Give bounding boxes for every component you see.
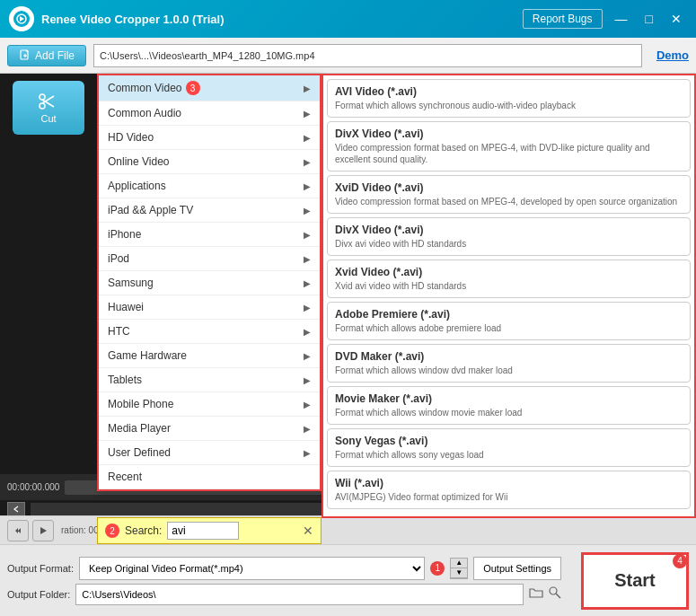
output-folder-row: Output Folder: bbox=[7, 584, 561, 605]
category-htc[interactable]: HTC ▶ bbox=[99, 320, 320, 344]
svg-point-4 bbox=[550, 587, 557, 594]
search-folder-icon bbox=[549, 586, 561, 599]
category-ipad-apple-tv[interactable]: iPad && Apple TV ▶ bbox=[99, 198, 320, 223]
format-item-3[interactable]: DivX Video (*.avi) Divx avi video with H… bbox=[327, 217, 691, 256]
logo-icon bbox=[16, 13, 27, 24]
category-samsung[interactable]: Samsung ▶ bbox=[99, 271, 320, 295]
format-item-5[interactable]: Adobe Premiere (*.avi) Format which allo… bbox=[327, 302, 691, 340]
scrub-left-icon bbox=[12, 505, 21, 514]
category-game-hardware[interactable]: Game Hardware ▶ bbox=[99, 344, 320, 368]
category-iphone[interactable]: iPhone ▶ bbox=[99, 223, 320, 247]
folder-icon bbox=[529, 586, 543, 599]
report-bugs-button[interactable]: Report Bugs bbox=[523, 9, 603, 29]
spin-up-button[interactable]: ▲ bbox=[451, 559, 467, 568]
format-item-2[interactable]: XviD Video (*.avi) Video compression for… bbox=[327, 175, 691, 214]
search-badge: 2 bbox=[105, 524, 119, 538]
svg-point-3 bbox=[40, 94, 45, 100]
format-badge-1: 1 bbox=[430, 561, 445, 576]
start-button-container: Start 4 bbox=[574, 552, 689, 610]
app-logo-inner bbox=[13, 11, 30, 27]
scrub-left-button[interactable] bbox=[7, 502, 25, 516]
rewind-button[interactable] bbox=[7, 520, 29, 541]
category-online-video[interactable]: Online Video ▶ bbox=[99, 150, 320, 174]
output-format-row: Output Format: Keep Original Video Forma… bbox=[7, 557, 561, 580]
file-path-display: C:\Users\...\Videos\earth_MP4_1280_10MG.… bbox=[93, 44, 642, 67]
format-spin-buttons: ▲ ▼ bbox=[450, 558, 468, 579]
format-item-9[interactable]: Wii (*.avi) AVI(MJPEG) Video format opti… bbox=[327, 471, 691, 509]
category-hd-video[interactable]: HD Video ▶ bbox=[99, 126, 320, 150]
search-label: Search: bbox=[125, 524, 162, 537]
start-badge: 4 bbox=[673, 554, 687, 568]
format-item-1[interactable]: DivX Video (*.avi) Video compression for… bbox=[327, 121, 691, 172]
minimize-button[interactable]: — bbox=[610, 10, 633, 28]
bottom-bar-main-row: Output Format: Keep Original Video Forma… bbox=[7, 549, 689, 612]
cut-button[interactable]: Cut bbox=[13, 81, 84, 135]
category-recent[interactable]: Recent bbox=[99, 465, 320, 489]
title-bar: Renee Video Cropper 1.0.0 (Trial) Report… bbox=[0, 0, 696, 38]
search-folder-button[interactable] bbox=[549, 586, 561, 602]
browse-folder-button[interactable] bbox=[529, 586, 543, 602]
search-input[interactable] bbox=[167, 522, 239, 540]
search-bar: 2 Search: ✕ bbox=[97, 517, 322, 544]
search-close-button[interactable]: ✕ bbox=[303, 524, 313, 538]
bottom-bar: Output Format: Keep Original Video Forma… bbox=[0, 544, 696, 616]
app-logo bbox=[9, 6, 34, 31]
time-display-left: 00:00:00.000 bbox=[7, 482, 59, 492]
category-user-defined[interactable]: User Defined ▶ bbox=[99, 441, 320, 465]
output-format-label: Output Format: bbox=[7, 563, 74, 574]
category-media-player[interactable]: Media Player ▶ bbox=[99, 417, 320, 441]
category-tablets[interactable]: Tablets ▶ bbox=[99, 368, 320, 392]
scissors-icon bbox=[38, 92, 59, 110]
output-folder-input[interactable] bbox=[75, 584, 524, 605]
format-category-list: Common Video 3 ▶ Common Audio ▶ HD Video… bbox=[97, 74, 322, 491]
format-item-7[interactable]: Movie Maker (*.avi) Format which allows … bbox=[327, 386, 691, 425]
app-title: Renee Video Cropper 1.0.0 (Trial) bbox=[41, 13, 523, 26]
window-controls: Report Bugs — □ ✕ bbox=[523, 9, 687, 29]
rewind-icon bbox=[13, 526, 22, 535]
output-folder-label: Output Folder: bbox=[7, 589, 70, 600]
category-applications[interactable]: Applications ▶ bbox=[99, 174, 320, 198]
play-button[interactable] bbox=[32, 520, 54, 541]
format-item-list: AVI Video (*.avi) Format which allows sy… bbox=[322, 74, 696, 518]
add-file-icon bbox=[19, 49, 31, 62]
play-icon bbox=[39, 526, 48, 535]
format-item-6[interactable]: DVD Maker (*.avi) Format which allows wi… bbox=[327, 344, 691, 383]
format-item-8[interactable]: Sony Vegas (*.avi) Format which allows s… bbox=[327, 428, 691, 467]
spin-down-button[interactable]: ▼ bbox=[451, 568, 467, 578]
restore-button[interactable]: □ bbox=[640, 10, 658, 28]
format-item-0[interactable]: AVI Video (*.avi) Format which allows sy… bbox=[327, 79, 691, 118]
add-file-button[interactable]: Add File bbox=[7, 45, 86, 66]
category-huawei[interactable]: Huawei ▶ bbox=[99, 295, 320, 320]
close-button[interactable]: ✕ bbox=[665, 10, 687, 28]
category-ipod[interactable]: iPod ▶ bbox=[99, 247, 320, 271]
main-area: Cut Music Common Video 3 ▶ Common Audio … bbox=[0, 74, 696, 544]
format-item-4[interactable]: Xvid Video (*.avi) Xvid avi video with H… bbox=[327, 260, 691, 298]
demo-link[interactable]: Demo bbox=[656, 48, 689, 62]
category-mobile-phone[interactable]: Mobile Phone ▶ bbox=[99, 392, 320, 417]
bottom-bar-left: Output Format: Keep Original Video Forma… bbox=[7, 557, 561, 605]
output-format-select[interactable]: Keep Original Video Format(*.mp4) bbox=[79, 557, 425, 580]
output-settings-button[interactable]: Output Settings bbox=[473, 557, 561, 580]
toolbar: Add File C:\Users\...\Videos\earth_MP4_1… bbox=[0, 38, 696, 74]
svg-point-2 bbox=[40, 103, 45, 109]
category-common-audio[interactable]: Common Audio ▶ bbox=[99, 101, 320, 126]
category-common-video[interactable]: Common Video 3 ▶ bbox=[99, 75, 320, 101]
